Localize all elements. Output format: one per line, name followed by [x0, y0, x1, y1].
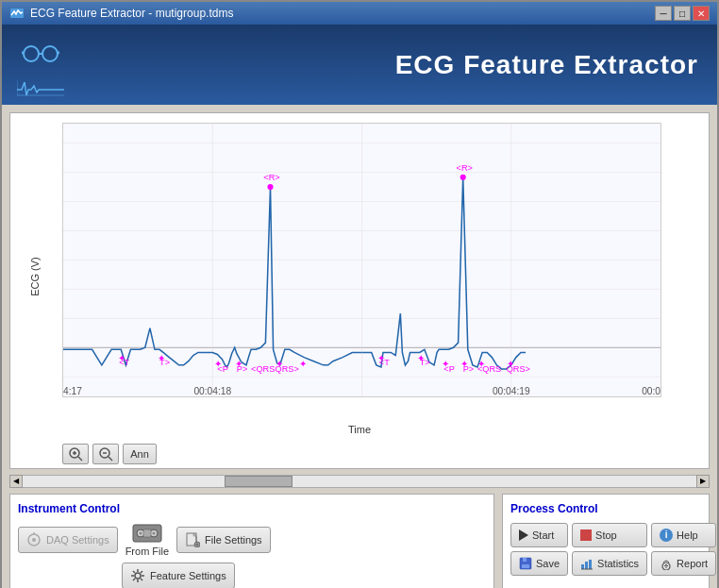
process-control-title: Process Control: [510, 502, 701, 515]
scroll-left-button[interactable]: ◀: [9, 475, 23, 488]
titlebar: ECG Feature Extractor - mutigroup.tdms ─…: [2, 2, 717, 25]
ecg-chart[interactable]: 0.7 0.6 0.5 0.4 0.3 0.2 0.1 0 -0.1 00:04…: [62, 123, 661, 397]
svg-text:✦: ✦: [235, 359, 242, 369]
svg-point-40: [267, 184, 273, 190]
statistics-button[interactable]: Statistics: [572, 551, 647, 576]
app-header: ECG Feature Extractor: [2, 25, 717, 105]
svg-text:✦: ✦: [507, 359, 514, 369]
process-buttons-grid: Start Stop i Help: [510, 523, 701, 576]
zoom-out-button[interactable]: [92, 444, 119, 464]
start-button[interactable]: Start: [510, 523, 568, 547]
svg-text:✦: ✦: [417, 353, 425, 363]
main-content: ECG (V) Time: [2, 105, 717, 588]
svg-text:00:04:18: 00:04:18: [193, 386, 231, 396]
daq-settings-button[interactable]: DAQ Settings: [18, 527, 118, 553]
svg-rect-96: [589, 560, 592, 569]
glasses-icon: [17, 32, 64, 75]
report-icon: [660, 557, 673, 570]
svg-rect-95: [585, 562, 588, 569]
file-settings-button[interactable]: File Settings: [176, 527, 271, 553]
from-file-icon: [132, 523, 162, 544]
chart-container: ECG (V) Time: [9, 112, 710, 469]
window-title: ECG Feature Extractor - mutigroup.tdms: [30, 7, 233, 20]
instrument-control-content: DAQ Settings: [18, 523, 486, 588]
instrument-row-2: Feature Settings: [18, 563, 486, 588]
info-icon: i: [660, 529, 673, 542]
minimize-button[interactable]: ─: [655, 6, 672, 21]
instrument-control-title: Instrument Control: [18, 502, 486, 515]
from-file-area: From File: [125, 523, 169, 557]
instrument-control-panel: Instrument Control DAQ Settings: [9, 494, 494, 588]
svg-text:✦: ✦: [442, 359, 449, 369]
svg-text:<R>: <R>: [457, 162, 473, 172]
svg-point-75: [152, 531, 155, 534]
help-button[interactable]: i Help: [651, 523, 716, 547]
svg-text:00:04:19: 00:04:19: [642, 386, 661, 396]
svg-point-48: [460, 175, 466, 180]
svg-line-88: [141, 579, 142, 580]
stop-button[interactable]: Stop: [572, 523, 647, 547]
bottom-panel: Instrument Control DAQ Settings: [9, 494, 710, 588]
svg-text:✦: ✦: [477, 359, 485, 369]
svg-text:✦: ✦: [460, 359, 468, 369]
main-window: ECG Feature Extractor - mutigroup.tdms ─…: [0, 0, 719, 588]
svg-text:<R>: <R>: [263, 173, 279, 182]
svg-rect-76: [143, 529, 151, 537]
svg-line-89: [141, 571, 142, 573]
maximize-button[interactable]: □: [674, 6, 691, 21]
chart-toolbar: Ann: [10, 440, 709, 468]
x-axis-label: Time: [348, 424, 371, 435]
zoom-in-icon: [68, 446, 83, 462]
ecg-mini-icon: [17, 78, 64, 97]
report-button[interactable]: Report: [651, 551, 716, 576]
svg-line-4: [22, 52, 24, 54]
svg-text:✦: ✦: [276, 359, 283, 369]
save-button[interactable]: Save: [510, 551, 568, 576]
svg-line-5: [58, 52, 59, 54]
svg-text:✦: ✦: [377, 353, 385, 363]
daq-icon: [26, 532, 42, 547]
stop-icon: [580, 529, 592, 541]
svg-text:00:04:17: 00:04:17: [62, 386, 82, 396]
instrument-row-1: DAQ Settings: [18, 523, 486, 557]
svg-point-74: [139, 531, 142, 534]
play-icon: [519, 529, 528, 541]
scroll-right-button[interactable]: ▶: [696, 475, 710, 488]
process-control-panel: Process Control Start Stop i: [502, 494, 710, 588]
svg-point-69: [32, 538, 36, 542]
chart-icon: [580, 557, 594, 570]
cassette-icon: [132, 523, 162, 544]
ann-button[interactable]: Ann: [123, 444, 157, 464]
svg-point-1: [24, 46, 39, 61]
feature-settings-button[interactable]: Feature Settings: [122, 563, 235, 588]
window-controls: ─ □ ✕: [655, 6, 710, 21]
close-button[interactable]: ✕: [693, 6, 710, 21]
y-axis-label: ECG (V): [29, 257, 41, 296]
from-file-label: From File: [125, 546, 169, 557]
scroll-thumb[interactable]: [225, 476, 292, 487]
svg-text:✦: ✦: [214, 359, 222, 369]
app-title: ECG Feature Extractor: [395, 50, 698, 80]
zoom-out-icon: [98, 446, 113, 462]
app-logo: [17, 32, 64, 97]
svg-point-82: [135, 573, 141, 579]
svg-line-66: [109, 457, 112, 461]
svg-text:✦: ✦: [118, 353, 125, 363]
svg-text:✦: ✦: [158, 353, 165, 363]
save-icon: [519, 557, 532, 570]
svg-rect-94: [581, 564, 584, 569]
svg-text:<QRS: <QRS: [251, 364, 275, 374]
zoom-in-button[interactable]: [62, 444, 89, 464]
svg-text:00:04:19: 00:04:19: [493, 386, 530, 396]
titlebar-title-area: ECG Feature Extractor - mutigroup.tdms: [9, 6, 233, 21]
svg-rect-92: [522, 564, 529, 568]
svg-text:✦: ✦: [299, 359, 307, 369]
file-settings-icon: [185, 532, 200, 547]
feature-settings-icon: [130, 568, 145, 583]
svg-line-62: [78, 457, 82, 461]
svg-point-2: [42, 46, 58, 61]
horizontal-scrollbar[interactable]: ◀ ▶: [9, 475, 710, 488]
scroll-track[interactable]: [23, 476, 696, 487]
glasses-svg: [22, 44, 59, 63]
svg-line-90: [133, 579, 135, 580]
